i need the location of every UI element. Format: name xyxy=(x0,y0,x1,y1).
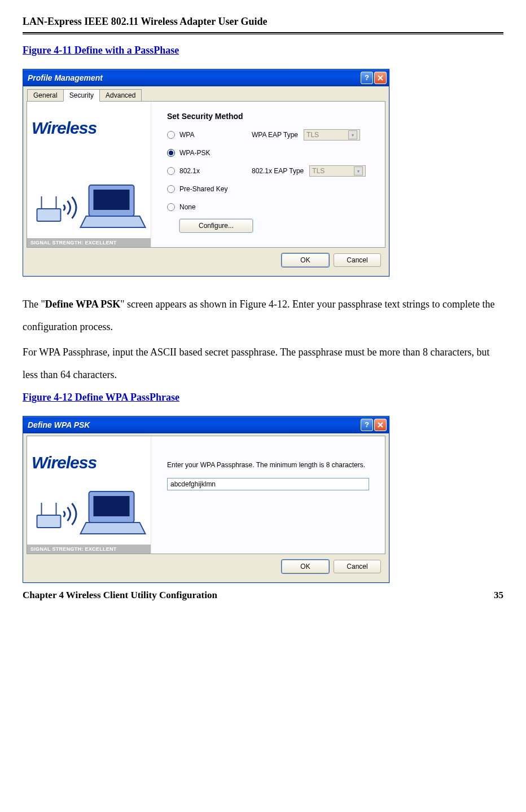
svg-rect-2 xyxy=(37,209,61,221)
signal-strength-bar: SIGNAL STRENGTH: EXCELLENT xyxy=(27,238,151,247)
ok-button[interactable]: OK xyxy=(282,560,329,573)
radio-none-label: None xyxy=(179,203,247,211)
8021x-eap-type-label: 802.1x EAP Type xyxy=(252,167,304,175)
radio-wpa[interactable] xyxy=(167,131,175,139)
figure-4-11-caption: Figure 4-11 Define with a PassPhase xyxy=(23,45,503,56)
radio-preshared[interactable] xyxy=(167,185,175,193)
page-footer: Chapter 4 Wireless Client Utility Config… xyxy=(23,590,503,601)
radio-none[interactable] xyxy=(167,203,175,211)
define-wpa-psk-dialog: Define WPA PSK ? Wireless xyxy=(23,416,389,583)
svg-rect-6 xyxy=(94,496,130,516)
router-laptop-icon xyxy=(30,174,147,236)
section-title: Set Security Method xyxy=(167,112,374,121)
svg-rect-7 xyxy=(37,515,61,528)
cancel-button[interactable]: Cancel xyxy=(334,560,381,573)
tab-general[interactable]: General xyxy=(27,89,64,102)
figure-4-12-caption: Figure 4-12 Define WPA PassPhrase xyxy=(23,392,503,403)
device-graphic xyxy=(27,143,151,238)
configure-button[interactable]: Configure... xyxy=(179,219,253,232)
passphrase-input[interactable] xyxy=(167,478,369,490)
signal-label: SIGNAL STRENGTH: xyxy=(30,546,84,552)
radio-8021x[interactable] xyxy=(167,167,175,175)
help-icon[interactable]: ? xyxy=(361,419,373,431)
close-icon[interactable] xyxy=(374,72,387,84)
wpa-eap-type-label: WPA EAP Type xyxy=(252,131,298,139)
radio-wpa-label: WPA xyxy=(179,131,247,139)
page-number: 35 xyxy=(494,590,503,601)
help-icon[interactable]: ? xyxy=(361,72,373,84)
settings-area: Set Security Method WPA WPA EAP Type TLS… xyxy=(151,102,385,247)
radio-preshared-label: Pre-Shared Key xyxy=(179,185,247,193)
paragraph-1: The "Define WPA PSK" screen appears as s… xyxy=(23,293,503,338)
wpa-eap-value: TLS xyxy=(306,131,319,139)
8021x-eap-select[interactable]: TLS ▾ xyxy=(309,165,366,177)
svg-rect-1 xyxy=(94,190,130,210)
brand-sidebar: Wireless SIGNAL STRENGTH xyxy=(27,102,151,247)
header-rule xyxy=(23,33,503,34)
ok-button[interactable]: OK xyxy=(282,253,329,267)
profile-management-dialog: Profile Management ? General Security Ad… xyxy=(23,69,389,276)
passphrase-instruction: Enter your WPA Passphrase. The minimum l… xyxy=(167,461,369,469)
wpa-eap-select[interactable]: TLS ▾ xyxy=(304,129,360,141)
define-body: Enter your WPA Passphrase. The minimum l… xyxy=(151,436,385,554)
wireless-logo: Wireless xyxy=(27,436,151,478)
window-title: Profile Management xyxy=(28,73,361,82)
8021x-eap-value: TLS xyxy=(312,167,325,175)
security-panel: Wireless SIGNAL STRENGTH xyxy=(27,101,385,248)
signal-value: EXCELLENT xyxy=(85,240,116,245)
cancel-button[interactable]: Cancel xyxy=(334,253,381,267)
paragraph-2: For WPA Passphrase, input the ASCII base… xyxy=(23,341,503,386)
chapter-label: Chapter 4 Wireless Client Utility Config… xyxy=(23,590,217,601)
bold-define-wpa-psk: Define WPA PSK xyxy=(45,299,120,310)
signal-label: SIGNAL STRENGTH: xyxy=(30,240,84,245)
titlebar: Define WPA PSK ? xyxy=(23,416,389,433)
radio-wpa-psk[interactable] xyxy=(167,149,175,157)
router-laptop-icon xyxy=(30,480,147,542)
window-title: Define WPA PSK xyxy=(28,420,361,429)
brand-sidebar: Wireless SIGNAL STRENGTH xyxy=(27,436,151,554)
radio-wpa-psk-label: WPA-PSK xyxy=(179,149,247,157)
titlebar: Profile Management ? xyxy=(23,69,389,86)
wireless-logo: Wireless xyxy=(27,102,151,143)
tabs: General Security Advanced xyxy=(27,89,385,102)
device-graphic xyxy=(27,478,151,545)
signal-strength-bar: SIGNAL STRENGTH: EXCELLENT xyxy=(27,545,151,554)
signal-value: EXCELLENT xyxy=(85,546,116,552)
document-header: LAN-Express IEEE 802.11 Wireless Adapter… xyxy=(23,16,503,33)
close-icon[interactable] xyxy=(374,419,387,431)
radio-8021x-label: 802.1x xyxy=(179,167,247,175)
tab-advanced[interactable]: Advanced xyxy=(99,89,142,102)
tab-security[interactable]: Security xyxy=(63,89,100,102)
chevron-down-icon: ▾ xyxy=(354,166,363,175)
define-panel: Wireless SIGNAL STRENGTH xyxy=(27,436,385,554)
chevron-down-icon: ▾ xyxy=(348,130,357,139)
